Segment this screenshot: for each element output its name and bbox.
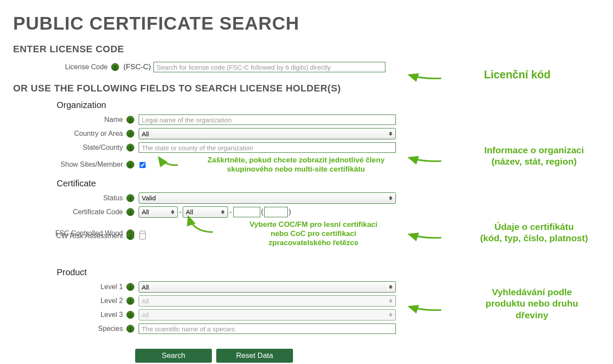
search-button[interactable]: Search <box>135 349 212 363</box>
help-icon[interactable]: ? <box>126 194 134 202</box>
arrow-icon <box>405 152 445 165</box>
arrow-icon <box>156 154 182 169</box>
cw-risk-label: CW Risk Assessment <box>13 232 126 240</box>
row-status: Status ? Valid <box>13 192 405 204</box>
level1-select[interactable]: All <box>139 281 396 293</box>
help-icon[interactable]: ? <box>111 63 119 71</box>
annotation-product: Vyhledávání podleproduktu nebo druhudřev… <box>471 286 593 321</box>
status-select[interactable]: Valid <box>139 192 396 204</box>
state-input[interactable] <box>139 142 396 153</box>
help-icon[interactable]: ? <box>126 161 134 169</box>
help-icon[interactable]: ? <box>126 130 134 138</box>
cw-risk-checkbox[interactable] <box>140 233 146 239</box>
help-icon[interactable]: ? <box>126 232 134 240</box>
arrow-icon <box>405 300 445 313</box>
country-select[interactable]: All <box>139 128 396 139</box>
dash: - <box>229 208 232 216</box>
cert-sub-input[interactable] <box>264 207 288 217</box>
arrow-icon <box>405 69 445 82</box>
row-state: State/County ? <box>13 142 405 154</box>
country-label: Country or Area <box>13 130 126 138</box>
species-input[interactable] <box>139 324 396 334</box>
status-label: Status <box>13 194 126 202</box>
level3-label: Level 3 <box>13 311 126 319</box>
level3-select: All <box>139 309 396 320</box>
help-icon[interactable]: ? <box>126 297 134 305</box>
annotation-coc: Vyberte COC/FM pro lesní certifikaci neb… <box>221 220 405 248</box>
row-level-2: Level 2 ? All <box>13 295 405 307</box>
subheading-organization: Organization <box>57 100 405 110</box>
section-enter-license: ENTER LICENSE CODE <box>13 44 405 55</box>
cert-code-select-1[interactable]: All <box>139 206 178 218</box>
page-title: PUBLIC CERTIFICATE SEARCH <box>13 13 405 34</box>
arrow-icon <box>185 214 218 236</box>
state-label: State/County <box>13 144 126 152</box>
annotation-cert: Údaje o certifikátu(kód, typ, číslo, pla… <box>464 221 604 244</box>
level2-select: All <box>139 295 396 307</box>
paren-close: ) <box>289 208 291 216</box>
show-sites-checkbox[interactable] <box>140 162 146 168</box>
row-species: Species ? <box>13 323 405 335</box>
name-input[interactable] <box>139 115 396 125</box>
license-code-input[interactable] <box>153 62 385 72</box>
arrow-icon <box>405 228 445 241</box>
help-icon[interactable]: ? <box>126 311 134 319</box>
dash: - <box>179 208 181 216</box>
section-or-use: OR USE THE FOLLOWING FIELDS TO SEARCH LI… <box>13 83 405 94</box>
name-label: Name <box>13 116 126 124</box>
help-icon[interactable]: ? <box>126 144 134 152</box>
help-icon[interactable]: ? <box>126 116 134 124</box>
row-name: Name ? <box>13 114 405 126</box>
cert-code-label: Certificate Code <box>13 208 126 216</box>
annotation-license: Licenční kód <box>484 68 551 81</box>
row-show-sites: Show Sites/Member ? Zaškrtněte, pokud ch… <box>13 155 405 174</box>
subheading-certificate: Certificate <box>57 179 405 189</box>
cert-number-input[interactable] <box>233 207 260 217</box>
paren-open: ( <box>261 208 263 216</box>
row-license-code: License Code ? (FSC-C) <box>13 61 405 73</box>
annotation-org: Informace o organizaci(název, stát, regi… <box>464 145 604 168</box>
level2-label: Level 2 <box>13 297 126 305</box>
subheading-product: Product <box>57 267 405 277</box>
license-prefix: (FSC-C) <box>123 63 151 71</box>
row-level-3: Level 3 ? All <box>13 309 405 321</box>
reset-button[interactable]: Reset Data <box>216 349 293 363</box>
annotation-sites: Zaškrtněte, pokud chcete zobrazit jednot… <box>187 155 405 174</box>
license-code-label: License Code <box>13 63 111 71</box>
row-level-1: Level 1 ? All <box>13 281 405 293</box>
show-sites-label: Show Sites/Member <box>13 161 126 169</box>
help-icon[interactable]: ? <box>126 325 134 333</box>
help-icon[interactable]: ? <box>126 283 134 291</box>
level1-label: Level 1 <box>13 283 126 291</box>
species-label: Species <box>13 325 126 333</box>
help-icon[interactable]: ? <box>126 208 134 216</box>
row-country: Country or Area ? All <box>13 128 405 140</box>
